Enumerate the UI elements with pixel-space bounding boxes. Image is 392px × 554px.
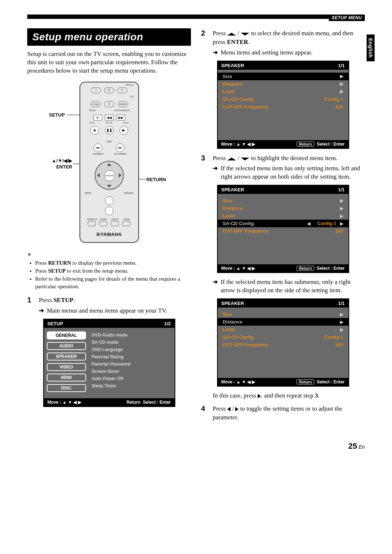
item-auto-power-off: Auto Power Off bbox=[92, 375, 172, 382]
callout-return: RETURN bbox=[146, 177, 166, 182]
right-icon bbox=[258, 394, 261, 398]
step4-num: 4 bbox=[201, 404, 208, 422]
osd1-cutoff: CUT-OFF Frequency bbox=[223, 104, 314, 110]
label-audio: AUDIO bbox=[99, 218, 108, 220]
chevron-right-icon: ▶ bbox=[340, 206, 343, 211]
osd3-distance: Distance bbox=[223, 319, 336, 325]
osd3-select: Select : Enter bbox=[317, 379, 345, 384]
step3-sub1: If the selected menu item has only setti… bbox=[221, 164, 365, 181]
osd1-size: Size bbox=[223, 74, 336, 79]
tab-hdmi: HDMI bbox=[47, 374, 86, 382]
osd3-cutoff-val: 100 bbox=[317, 342, 343, 347]
osd3-level: Level bbox=[223, 327, 336, 332]
osd3-cutoff: CUT-OFF Frequency bbox=[223, 342, 314, 347]
language-tab: English bbox=[367, 34, 375, 61]
sub-arrow-icon: ➜ bbox=[39, 307, 44, 315]
remote-play: ▶ bbox=[119, 126, 128, 135]
remote-skip-next: ⏭ bbox=[116, 143, 124, 152]
osd3-return: Return bbox=[297, 379, 314, 384]
item-dvd-audio: DVD-Audio mode bbox=[92, 331, 172, 339]
label-onscreen: ON SCREEN bbox=[109, 153, 131, 155]
label-pause: PAUSE bbox=[106, 122, 112, 124]
label-repeat: REPEAT bbox=[126, 84, 134, 86]
remote-slow-fwd: ▶▶ bbox=[117, 115, 125, 121]
remote-btn-8: 8 bbox=[104, 87, 114, 93]
osd3-title: SPEAKER bbox=[221, 301, 244, 306]
osd2-sacd-val: Config 1 bbox=[318, 221, 336, 226]
callout-arrows: ▲/▼/◀/▶ bbox=[52, 158, 72, 163]
osd2-cutoff: CUT-OFF Frequency bbox=[223, 228, 314, 234]
remote-btn-0: 0 bbox=[104, 101, 114, 107]
remote-btn-enter-sm: ENTER bbox=[118, 101, 128, 107]
setup-osd: SETUP 1/2 GENERAL AUDIO SPEAKER VIDEO HD… bbox=[43, 319, 175, 407]
intro-paragraph: Setup is carried out on the TV screen, e… bbox=[27, 50, 191, 75]
up-icon bbox=[227, 158, 236, 160]
osd1-level: Level bbox=[223, 89, 336, 94]
osd1-select: Select : Enter bbox=[317, 142, 345, 147]
item-parental-password: Parental Password bbox=[92, 360, 172, 368]
remote-btn-clear: CLEAR bbox=[90, 101, 101, 107]
step3-sub2: If the selected menu item has submenus, … bbox=[221, 278, 365, 295]
osd3-sacd-val: Config 1 bbox=[317, 334, 343, 340]
chevron-right-icon: ▶ bbox=[340, 74, 343, 79]
step2-sub: Menu items and setting items appear. bbox=[221, 49, 313, 57]
up-icon bbox=[227, 33, 236, 36]
sub-arrow-icon: ➜ bbox=[213, 49, 218, 57]
remote-brand: ⦿YAMAHA bbox=[80, 232, 138, 237]
setup-osd-title: SETUP bbox=[48, 321, 63, 326]
tab-disc: DISC bbox=[47, 384, 86, 392]
tab-speaker: SPEAKER bbox=[47, 353, 86, 360]
osd2-title: SPEAKER bbox=[221, 187, 244, 192]
osd2-distance: Distance bbox=[223, 205, 336, 211]
osd3-page: 1/1 bbox=[338, 301, 344, 306]
item-parental-rating: Parental Rating bbox=[92, 353, 172, 360]
osd1-cutoff-val: 100 bbox=[317, 104, 343, 110]
step2-num: 2 bbox=[201, 29, 208, 46]
step2-body: Press / to select the desired main menu,… bbox=[213, 29, 365, 46]
remote-diagram: SETUP ▲/▼/◀/▶ ENTER RETURN REPEAT 7 8 9 bbox=[27, 82, 191, 243]
step4-body: Press / to toggle the setting items or t… bbox=[213, 404, 365, 422]
label-subtitle: SUBTITLE bbox=[87, 218, 97, 220]
label-angle: ANGLE bbox=[110, 218, 120, 220]
step3-body: Press / to highlight the desired menu it… bbox=[213, 154, 338, 163]
chevron-right-icon: ▶ bbox=[340, 327, 343, 332]
colorbtn-3 bbox=[111, 221, 119, 226]
osd1-title: SPEAKER bbox=[221, 63, 244, 68]
osd2-move: Move : ▲ ▼ ◀ ▶ bbox=[221, 266, 255, 271]
step3-num: 3 bbox=[201, 154, 208, 163]
osd2-size: Size bbox=[223, 198, 336, 203]
remote-btn-7: 7 bbox=[91, 87, 101, 93]
osd1-sacd: SA-CD Config bbox=[223, 97, 314, 102]
osd2-cutoff-val: 100 bbox=[317, 228, 343, 234]
chevron-right-icon: ▶ bbox=[340, 312, 343, 317]
osd1-page: 1/1 bbox=[338, 63, 344, 68]
tab-audio: AUDIO bbox=[47, 342, 86, 350]
section-title: Setup menu operation bbox=[27, 28, 191, 46]
speaker-osd-2: SPEAKER 1/1 Size▶ Distance▶ Level▶ SA-CD… bbox=[217, 185, 349, 273]
step3-after: In this case, press , and then repeat st… bbox=[213, 392, 365, 400]
osd1-move: Move : ▲ ▼ ◀ ▶ bbox=[221, 142, 255, 147]
setup-osd-page: 1/2 bbox=[164, 321, 171, 326]
colorbtn-2 bbox=[99, 221, 107, 226]
item-osd-lang: OSD Language bbox=[92, 346, 172, 353]
speaker-osd-1: SPEAKER 1/1 Size▶ Distance▶ Level▶ SA-CD… bbox=[217, 61, 349, 149]
label-topmenu: TOP MENU bbox=[87, 153, 109, 155]
osd3-sacd: SA-CD Config bbox=[223, 334, 314, 340]
osd1-sacd-val: Config 1 bbox=[317, 97, 343, 102]
label-setup-sm: SETUP bbox=[84, 109, 103, 111]
remote-slow-rev: ◀◀ bbox=[105, 115, 114, 121]
chevron-right-icon: ▶ bbox=[340, 198, 343, 203]
label-ab: A-B bbox=[130, 95, 134, 98]
label-play: PLAY bbox=[123, 122, 129, 124]
item-screen-saver: Screen Saver bbox=[92, 368, 172, 375]
item-sleep-timer: Sleep Timer bbox=[92, 382, 172, 390]
page-footer: 25En bbox=[27, 441, 365, 451]
setup-osd-move: Move : ▲ ▼ ◀ ▶ bbox=[48, 400, 81, 405]
label-stop: STOP bbox=[89, 122, 95, 124]
speaker-osd-3: SPEAKER 1/1 Size▶ Distance▶ Level▶ SA-CD… bbox=[217, 298, 349, 387]
colorbtn-4 bbox=[122, 221, 130, 226]
label-slow: SLOW/SEARCH bbox=[104, 109, 134, 111]
remote-stop: ■ bbox=[90, 126, 99, 135]
chevron-right-icon: ▶ bbox=[340, 89, 343, 94]
callout-setup: SETUP bbox=[49, 112, 65, 118]
